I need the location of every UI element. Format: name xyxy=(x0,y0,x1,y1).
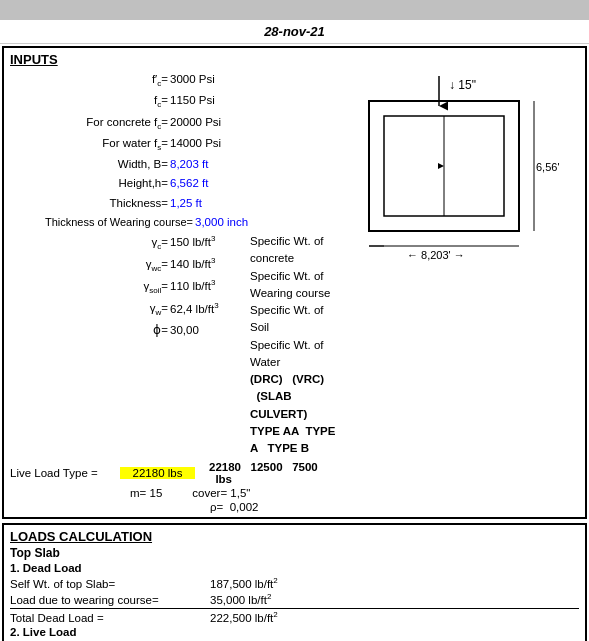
input-row-height: Height,h= 6,562 ft xyxy=(10,175,339,192)
label-fc2: fc= xyxy=(10,92,170,111)
type-row: TYPE AA TYPE A TYPE B xyxy=(250,423,339,458)
inputs-body: f′c= 3000 Psi fc= 1150 Psi For concrete … xyxy=(10,71,579,513)
load-value-self-wt: 187,500 lb/ft2 xyxy=(210,576,310,590)
live-load-label: Live Load Type = xyxy=(10,467,120,479)
value-concrete: 20000 Psi xyxy=(170,114,250,131)
label-concrete: For concrete fc= xyxy=(10,114,170,133)
label-width: Width, B= xyxy=(10,156,170,173)
gamma-w-row: γw= 62,4 lb/ft3 xyxy=(10,300,250,320)
value-thickness: 1,25 ft xyxy=(170,195,250,212)
label-height: Height,h= xyxy=(10,175,170,192)
inputs-title: INPUTS xyxy=(10,52,579,67)
input-row-water: For water fs= 14000 Psi xyxy=(10,135,339,154)
loads-section: LOADS CALCULATION Top Slab 1. Dead Load … xyxy=(2,523,587,641)
value-height: 6,562 ft xyxy=(170,175,250,192)
value-gamma-w: 62,4 lb/ft3 xyxy=(170,300,250,318)
value-wearing: 3,000 inch xyxy=(195,214,275,231)
input-row-thickness: Thickness= 1,25 ft xyxy=(10,195,339,212)
spec-wearing: Specific Wt. of Wearing course xyxy=(250,268,339,303)
diagram-svg: ↓ 15" ← 8,203' → 6,56' xyxy=(339,71,569,291)
value-water: 14000 Psi xyxy=(170,135,250,152)
drc-row: (DRC) (VRC) (SLAB CULVERT) xyxy=(250,371,339,423)
live-load-section-title: 2. Live Load xyxy=(10,626,579,638)
input-row-concrete: For concrete fc= 20000 Psi xyxy=(10,114,339,133)
value-gamma-soil: 110 lb/ft3 xyxy=(170,277,250,295)
label-water: For water fs= xyxy=(10,135,170,154)
input-row-fc2: fc= 1150 Psi xyxy=(10,92,339,111)
load-value-total: 222,500 lb/ft2 xyxy=(210,610,310,624)
value-gamma-wc: 140 lb/ft3 xyxy=(170,255,250,273)
svg-text:6,56': 6,56' xyxy=(536,161,560,173)
load-label-wearing: Load due to wearing course= xyxy=(10,594,210,606)
value-width: 8,203 ft xyxy=(170,156,250,173)
label-wearing: Thickness of Wearing course= xyxy=(10,214,195,231)
spec-soil: Specific Wt. of Soil xyxy=(250,302,339,337)
m-value: m= 15 xyxy=(130,487,162,499)
live-load-value: 22180 lbs xyxy=(120,467,195,479)
date-display: 28-nov-21 xyxy=(0,20,589,44)
value-fc2: 1150 Psi xyxy=(170,92,250,109)
dead-load-title: 1. Dead Load xyxy=(10,562,579,574)
load-label-self-wt: Self Wt. of top Slab= xyxy=(10,578,210,590)
label-thickness: Thickness= xyxy=(10,195,170,212)
load-label-total: Total Dead Load = xyxy=(10,612,210,624)
live-load-row: Live Load Type = 22180 lbs 22180 12500 7… xyxy=(10,461,339,485)
loads-subtitle: Top Slab xyxy=(10,546,579,560)
phi-row: ϕ= 30,00 xyxy=(10,322,250,339)
value-phi: 30,00 xyxy=(170,322,250,339)
label-phi: ϕ= xyxy=(10,322,170,339)
svg-text:←  8,203'  →: ← 8,203' → xyxy=(407,249,465,261)
label-gamma-w: γw= xyxy=(10,300,170,319)
top-header xyxy=(0,0,589,20)
gamma-c-row: γc= 150 lb/ft3 xyxy=(10,233,250,253)
rho-row: ρ= 0,002 xyxy=(210,501,339,513)
date-text: 28-nov-21 xyxy=(264,24,325,39)
right-diagram: ↓ 15" ← 8,203' → 6,56' xyxy=(339,71,579,513)
cover-value: cover= 1,5" xyxy=(192,487,250,499)
input-row-fc1: f′c= 3000 Psi xyxy=(10,71,339,90)
m-cover-row: m= 15 cover= 1,5" xyxy=(130,487,339,499)
value-fc1: 3000 Psi xyxy=(170,71,250,88)
label-gamma-wc: γwc= xyxy=(10,256,170,275)
input-row-width: Width, B= 8,203 ft xyxy=(10,156,339,173)
value-gamma-c: 150 lb/ft3 xyxy=(170,233,250,251)
spec-descriptions: Specific Wt. of concrete Specific Wt. of… xyxy=(250,233,339,457)
live-load-types: 22180 12500 7500 lbs xyxy=(209,461,339,485)
spec-water: Specific Wt. of Water xyxy=(250,337,339,372)
svg-text:↓ 15": ↓ 15" xyxy=(449,78,476,92)
loads-title: LOADS CALCULATION xyxy=(10,529,579,544)
load-row-self-wt: Self Wt. of top Slab= 187,500 lb/ft2 xyxy=(10,576,579,590)
inputs-section: INPUTS f′c= 3000 Psi fc= 1150 Psi For co… xyxy=(2,46,587,519)
gamma-labels-col: γc= 150 lb/ft3 γwc= 140 lb/ft3 γsoil= 11… xyxy=(10,233,250,457)
gamma-soil-row: γsoil= 110 lb/ft3 xyxy=(10,277,250,297)
left-inputs: f′c= 3000 Psi fc= 1150 Psi For concrete … xyxy=(10,71,339,513)
input-row-wearing: Thickness of Wearing course= 3,000 inch xyxy=(10,214,339,231)
load-value-wearing: 35,000 lb/ft2 xyxy=(210,592,310,606)
load-row-total: Total Dead Load = 222,500 lb/ft2 xyxy=(10,608,579,624)
label-gamma-c: γc= xyxy=(10,234,170,253)
rho-label: ρ= 0,002 xyxy=(210,501,258,513)
gamma-wc-row: γwc= 140 lb/ft3 xyxy=(10,255,250,275)
label-fc1: f′c= xyxy=(10,71,170,90)
label-gamma-soil: γsoil= xyxy=(10,278,170,297)
load-row-wearing: Load due to wearing course= 35,000 lb/ft… xyxy=(10,592,579,606)
spec-concrete: Specific Wt. of concrete xyxy=(250,233,339,268)
